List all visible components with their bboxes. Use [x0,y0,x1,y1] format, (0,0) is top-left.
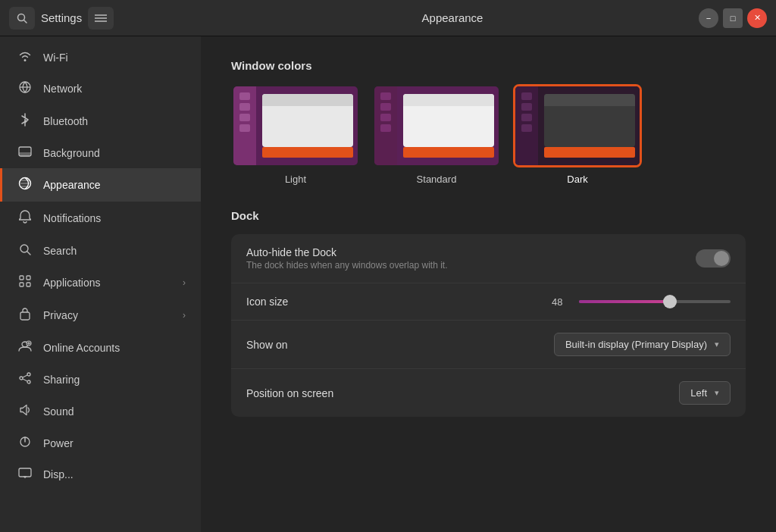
sidebar-item-sharing[interactable]: Sharing [0,364,201,396]
icon-size-slider[interactable] [579,300,731,303]
chevron-down-icon: ▾ [715,388,719,398]
color-thumbnail-dark [513,84,642,167]
dock-section: Auto-hide the Dock The dock hides when a… [231,234,746,417]
icon-size-value: 48 [552,296,570,308]
svg-rect-8 [19,152,31,156]
sidebar-item-wifi[interactable]: Wi-Fi [0,42,201,73]
icon-size-label-group: Icon size [246,296,552,308]
sidebar-item-background[interactable]: Background [0,138,201,168]
sidebar-item-applications[interactable]: Applications › [0,267,201,299]
menu-button[interactable] [88,7,114,30]
svg-line-1 [24,20,27,23]
applications-icon [17,275,33,290]
color-option-light[interactable]: Light [231,84,360,185]
auto-hide-row: Auto-hide the Dock The dock hides when a… [231,234,746,283]
color-thumbnail-light [231,84,360,167]
show-on-row: Show on Built-in display (Primary Displa… [231,321,746,369]
chevron-down-icon: ▾ [715,340,719,349]
toggle-knob [714,251,729,266]
sound-icon [17,404,33,419]
appearance-icon [17,177,33,193]
sidebar-item-label: Background [43,147,100,159]
sidebar-item-displays[interactable]: Disp... [0,459,201,490]
svg-rect-27 [19,468,31,477]
titlebar: Settings Dock Appearance − □ ✕ [0,0,776,36]
sharing-icon [17,372,33,387]
bluetooth-icon [17,113,33,130]
show-on-title: Show on [246,339,554,351]
svg-rect-13 [27,276,30,280]
minimize-button[interactable]: − [699,8,718,28]
svg-rect-16 [20,312,30,320]
main-layout: Wi-Fi Network Bluetooth [0,36,776,532]
chevron-right-icon: › [183,277,186,288]
sidebar-item-label: Applications [43,277,101,289]
close-button[interactable]: ✕ [747,8,767,28]
sidebar-item-label: Wi-Fi [43,52,68,64]
sidebar-item-online-accounts[interactable]: Online Accounts [0,332,201,364]
sidebar-item-label: Privacy [43,309,78,321]
show-on-dropdown[interactable]: Built-in display (Primary Display) ▾ [554,333,731,356]
slider-fill [579,300,673,303]
sidebar-item-privacy[interactable]: Privacy › [0,299,201,332]
svg-rect-14 [20,283,23,286]
sidebar-item-label: Search [43,245,77,257]
hamburger-icon [95,14,107,23]
auto-hide-control [696,249,731,268]
auto-hide-desc: The dock hides when any windows overlap … [246,260,696,271]
position-row: Position on screen Left ▾ [231,369,746,417]
sidebar-item-bluetooth[interactable]: Bluetooth [0,105,201,138]
show-on-control: Built-in display (Primary Display) ▾ [554,333,731,356]
svg-line-11 [27,252,30,255]
sidebar-title: Settings [41,11,82,24]
titlebar-left: Settings [9,7,206,30]
sidebar-item-search[interactable]: Search [0,235,201,267]
sidebar-item-label: Online Accounts [43,342,120,354]
dock-title: Dock [231,209,746,222]
sidebar-item-appearance[interactable]: Appearance [0,168,201,202]
svg-rect-12 [20,276,23,280]
sidebar-item-label: Bluetooth [43,115,88,127]
sidebar-item-label: Disp... [43,468,74,480]
privacy-icon [17,307,33,324]
background-icon [17,146,33,160]
notifications-icon [17,210,33,227]
wifi-icon [17,51,33,64]
color-option-standard-label: Standard [417,174,457,185]
sidebar-item-label: Sharing [43,374,80,386]
color-option-standard[interactable]: Standard [372,84,501,185]
position-value: Left [690,387,707,399]
icon-size-slider-container: 48 [552,296,731,308]
position-dropdown[interactable]: Left ▾ [679,381,731,405]
power-icon [17,436,33,451]
svg-line-23 [23,375,27,377]
color-thumbnail-standard [372,84,501,167]
content-area: Window colors [201,36,776,532]
window-colors-title: Window colors [231,59,746,72]
auto-hide-toggle[interactable] [696,249,731,268]
sidebar-item-sound[interactable]: Sound [0,396,201,427]
displays-icon [17,468,33,481]
position-control: Left ▾ [679,381,731,405]
auto-hide-label-group: Auto-hide the Dock The dock hides when a… [246,246,696,271]
sidebar: Wi-Fi Network Bluetooth [0,36,201,532]
icon-size-row: Icon size 48 [231,283,746,321]
svg-point-22 [27,380,30,383]
position-label-group: Position on screen [246,387,679,399]
search-icon [17,13,27,23]
window-content-title: Appearance [422,11,483,24]
svg-point-20 [27,373,30,376]
search-button[interactable] [9,7,35,30]
sidebar-item-notifications[interactable]: Notifications [0,202,201,235]
sidebar-item-label: Notifications [43,212,101,224]
sidebar-item-power[interactable]: Power [0,427,201,459]
maximize-button[interactable]: □ [723,8,743,28]
sidebar-item-label: Power [43,437,74,449]
color-option-dark[interactable]: Dark [513,84,642,185]
slider-knob [663,295,677,308]
sidebar-item-network[interactable]: Network [0,73,201,105]
show-on-value: Built-in display (Primary Display) [565,339,707,350]
position-title: Position on screen [246,387,679,399]
sidebar-item-label: Network [43,83,82,95]
svg-point-10 [20,245,28,252]
